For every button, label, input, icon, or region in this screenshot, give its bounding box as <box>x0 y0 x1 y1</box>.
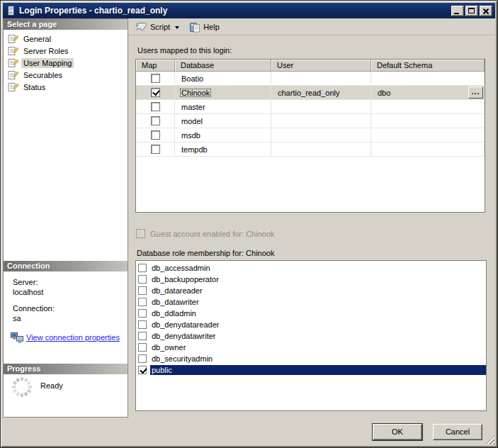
database-cell[interactable]: msdb <box>175 128 271 142</box>
table-body: BoatioChinookchartio_read_onlydbo...mast… <box>136 72 485 157</box>
role-label[interactable]: db_backupoperator <box>150 274 486 284</box>
role-label[interactable]: db_ddladmin <box>150 308 486 318</box>
script-button[interactable]: Script <box>132 20 186 34</box>
default-schema-cell[interactable] <box>371 142 485 157</box>
database-cell[interactable]: Chinook <box>175 86 271 100</box>
default-schema-cell[interactable] <box>371 114 485 128</box>
connection-value: sa <box>13 313 128 323</box>
role-label[interactable]: db_owner <box>150 342 486 352</box>
user-cell[interactable]: chartio_read_only <box>271 86 371 100</box>
view-connection-properties-link[interactable]: View connection properties <box>26 332 120 342</box>
page-edit-icon <box>8 69 18 80</box>
sidebar-item-label: Securables <box>21 70 64 80</box>
role-membership-label: Database role membership for: Chinook <box>137 249 274 257</box>
resize-grip[interactable] <box>485 435 494 444</box>
default-schema-cell[interactable] <box>371 100 485 114</box>
role-checkbox[interactable] <box>138 343 147 352</box>
cancel-button[interactable]: Cancel <box>433 424 482 440</box>
maximize-button[interactable] <box>465 6 478 16</box>
role-checkbox[interactable] <box>138 309 147 318</box>
schema-browse-button[interactable]: ... <box>468 86 483 99</box>
role-checkbox[interactable] <box>138 366 147 374</box>
role-checkbox[interactable] <box>138 275 147 284</box>
database-cell[interactable]: model <box>175 114 271 128</box>
role-checkbox[interactable] <box>138 320 147 329</box>
map-checkbox[interactable] <box>151 145 160 154</box>
column-header-map[interactable]: Map <box>136 60 175 72</box>
script-button-label: Script <box>150 23 170 31</box>
minimize-icon <box>454 13 459 14</box>
login-properties-dialog: Login Properties - chartio_read_only Sel… <box>0 0 498 448</box>
sidebar-item-status[interactable]: Status <box>4 81 128 93</box>
page-edit-icon <box>8 33 18 44</box>
role-label[interactable]: public <box>150 365 486 375</box>
role-item-db_denydatareader: db_denydatareader <box>136 319 486 330</box>
sidebar-item-user-mapping[interactable]: User Mapping <box>4 57 128 69</box>
column-header-default-schema[interactable]: Default Schema <box>371 60 485 72</box>
table-row: Boatio <box>136 72 485 86</box>
close-button[interactable] <box>480 6 492 16</box>
map-cell <box>136 114 175 128</box>
map-checkbox[interactable] <box>151 130 160 140</box>
help-button-label: Help <box>203 23 220 31</box>
page-edit-icon <box>8 57 18 68</box>
guest-account-checkbox <box>136 229 145 238</box>
database-cell[interactable]: Boatio <box>175 72 271 86</box>
help-button[interactable]: Help <box>186 20 222 34</box>
database-cell[interactable]: tempdb <box>175 142 271 157</box>
role-checkbox[interactable] <box>138 264 147 272</box>
user-cell[interactable] <box>271 100 371 114</box>
table-header-row: MapDatabaseUserDefault Schema <box>136 60 485 72</box>
role-label[interactable]: db_denydatawriter <box>150 331 486 341</box>
role-checkbox[interactable] <box>138 354 147 363</box>
role-item-db_securityadmin: db_securityadmin <box>136 353 486 364</box>
role-item-db_datawriter: db_datawriter <box>136 296 486 308</box>
role-label[interactable]: db_securityadmin <box>150 354 486 364</box>
role-label[interactable]: db_denydatareader <box>150 320 486 330</box>
column-header-database[interactable]: Database <box>175 60 271 72</box>
title-bar: Login Properties - chartio_read_only <box>3 3 495 18</box>
map-checkbox[interactable] <box>151 74 160 83</box>
page-edit-icon <box>8 82 18 92</box>
role-item-db_owner: db_owner <box>136 342 486 353</box>
script-scroll-icon <box>135 21 147 32</box>
schema-cell-text: dbo <box>378 89 390 97</box>
map-cell <box>136 72 175 86</box>
map-checkbox[interactable] <box>151 116 160 125</box>
maximize-icon <box>468 8 475 13</box>
role-checkbox[interactable] <box>138 298 147 306</box>
page-list: GeneralServer RolesUser MappingSecurable… <box>4 30 128 93</box>
user-mapping-table: MapDatabaseUserDefault Schema BoatioChin… <box>135 59 485 213</box>
sidebar-item-label: Server Roles <box>21 46 71 56</box>
map-cell <box>136 86 175 100</box>
user-cell[interactable] <box>271 128 371 142</box>
sidebar-item-server-roles[interactable]: Server Roles <box>4 45 128 57</box>
sidebar-item-general[interactable]: General <box>4 33 128 45</box>
user-cell[interactable] <box>271 72 371 86</box>
role-label[interactable]: db_datareader <box>150 286 486 296</box>
database-cell-text: master <box>181 103 205 111</box>
user-cell[interactable] <box>271 114 371 128</box>
script-dropdown-icon[interactable] <box>175 26 179 29</box>
ok-button[interactable]: OK <box>373 424 422 440</box>
sidebar-item-securables[interactable]: Securables <box>4 69 128 81</box>
minimize-button[interactable] <box>451 6 464 16</box>
role-checkbox[interactable] <box>138 286 147 295</box>
role-item-db_accessadmin: db_accessadmin <box>136 262 486 274</box>
default-schema-cell[interactable]: dbo... <box>371 86 485 100</box>
default-schema-cell[interactable] <box>371 128 485 142</box>
role-checkbox[interactable] <box>138 332 147 340</box>
role-label[interactable]: db_accessadmin <box>150 263 486 273</box>
column-header-user[interactable]: User <box>271 60 371 72</box>
progress-status: Ready <box>40 381 63 390</box>
map-checkbox[interactable] <box>151 88 160 97</box>
role-item-public: public <box>136 364 486 376</box>
connection-label: Connection: <box>13 303 128 313</box>
user-cell[interactable] <box>271 142 371 157</box>
select-a-page-header: Select a page <box>4 19 128 30</box>
help-book-icon <box>189 21 200 33</box>
default-schema-cell[interactable] <box>371 72 485 86</box>
database-cell[interactable]: master <box>175 100 271 114</box>
map-checkbox[interactable] <box>151 102 160 111</box>
role-label[interactable]: db_datawriter <box>150 297 486 307</box>
